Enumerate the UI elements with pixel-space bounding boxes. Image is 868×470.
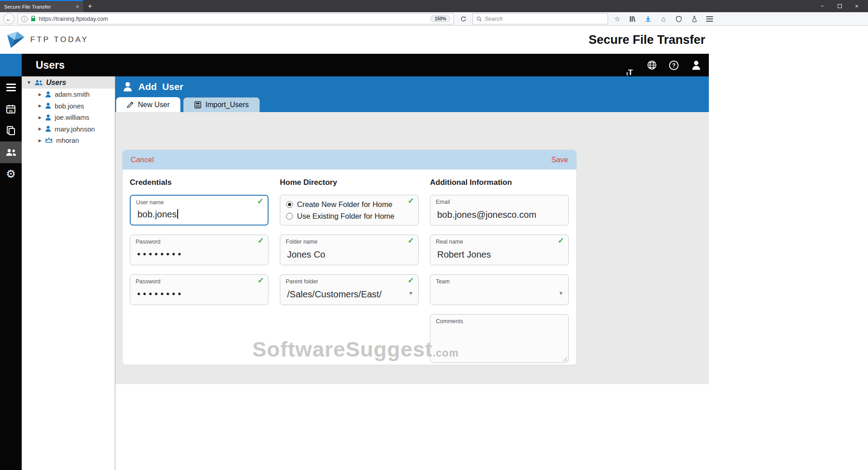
downloads-icon[interactable] bbox=[642, 13, 654, 25]
search-icon bbox=[476, 16, 482, 22]
user-name[interactable]: bob.jones bbox=[55, 102, 84, 110]
form-area: SoftwareSuggest.com Cancel Save Credenti… bbox=[115, 112, 709, 384]
url-bar[interactable]: i https://training.ftptoday.com 150% bbox=[18, 13, 454, 24]
home-icon[interactable]: ⌂ bbox=[657, 13, 670, 25]
globe-icon bbox=[647, 60, 657, 70]
search-input[interactable] bbox=[485, 16, 604, 22]
user-name[interactable]: adam.smith bbox=[55, 90, 90, 98]
tab-import-users[interactable]: Import_Users bbox=[183, 97, 260, 112]
save-button[interactable]: Save bbox=[551, 155, 568, 164]
real-name-field[interactable]: Real name Robert Jones ✓ bbox=[430, 235, 569, 265]
rail-settings-button[interactable]: ⚙ bbox=[0, 163, 22, 185]
reload-button[interactable] bbox=[457, 13, 469, 25]
user-name[interactable]: mary.johnson bbox=[55, 125, 95, 133]
rail-users-button[interactable] bbox=[0, 141, 22, 163]
field-value: ●●●●●●●● bbox=[137, 250, 184, 257]
minimize-button[interactable]: − bbox=[814, 0, 831, 12]
zoom-indicator[interactable]: 150% bbox=[430, 15, 450, 22]
person-icon bbox=[45, 103, 51, 109]
field-value: /Sales/Customers/East/ bbox=[287, 289, 382, 300]
cancel-button[interactable]: Cancel bbox=[131, 155, 154, 164]
svg-text:31: 31 bbox=[9, 109, 13, 113]
chevron-down-icon[interactable]: ▾ bbox=[409, 290, 412, 296]
field-label: Folder name bbox=[286, 239, 317, 245]
tree-item-user[interactable]: ▶ bob.jones bbox=[22, 100, 115, 112]
tree-item-admin[interactable]: ▶ mhoran bbox=[22, 135, 115, 146]
window-close-button[interactable]: × bbox=[848, 0, 865, 12]
password-confirm-field[interactable]: Password ●●●●●●●● ✓ bbox=[130, 274, 269, 305]
tree-item-user[interactable]: ▶ mary.johnson bbox=[22, 123, 115, 135]
home-folder-option-group[interactable]: Create New Folder for Home Use Existing … bbox=[280, 195, 419, 226]
comments-textarea[interactable]: Comments bbox=[430, 314, 569, 363]
user-name[interactable]: mhoran bbox=[56, 136, 79, 144]
radio-use-existing-folder[interactable]: Use Existing Folder for Home bbox=[286, 212, 395, 221]
rail-menu-button[interactable] bbox=[0, 76, 22, 98]
language-globe-button[interactable] bbox=[641, 54, 663, 76]
restore-button[interactable] bbox=[831, 0, 848, 12]
topbar-accent-square bbox=[0, 54, 22, 76]
app-topbar: Users tT ? bbox=[0, 54, 709, 76]
browser-tab-strip: Secure File Transfer × + − × bbox=[0, 0, 868, 12]
shield-icon[interactable] bbox=[673, 13, 685, 25]
back-button[interactable]: ← bbox=[3, 13, 14, 24]
field-label: Email bbox=[436, 199, 450, 205]
field-value: bob.jones bbox=[137, 209, 178, 220]
browser-tab[interactable]: Secure File Transfer × bbox=[0, 0, 83, 12]
team-select[interactable]: Team ▾ bbox=[430, 274, 569, 305]
folder-name-field[interactable]: Folder name Jones Co ✓ bbox=[280, 235, 419, 265]
field-label: Password bbox=[136, 278, 160, 285]
resize-handle[interactable] bbox=[562, 357, 567, 361]
nav-rail: 31 ⚙ bbox=[0, 76, 22, 470]
account-button[interactable] bbox=[685, 54, 707, 76]
email-field[interactable]: Email bob.jones@jonesco.com bbox=[430, 195, 569, 226]
field-value: ●●●●●●●● bbox=[137, 290, 184, 297]
radio-unselected-icon[interactable] bbox=[286, 213, 293, 220]
chevron-down-icon[interactable]: ▾ bbox=[559, 290, 562, 296]
rail-calendar-button[interactable]: 31 bbox=[0, 98, 22, 120]
expand-triangle-icon[interactable]: ▶ bbox=[38, 127, 42, 131]
bookmark-star-icon[interactable]: ☆ bbox=[611, 13, 623, 25]
help-icon: ? bbox=[669, 61, 679, 70]
search-bar[interactable] bbox=[472, 13, 608, 24]
tree-item-user[interactable]: ▶ adam.smith bbox=[22, 89, 115, 100]
expand-triangle-icon[interactable]: ▶ bbox=[38, 115, 42, 120]
credentials-column: Credentials User name bob.jones ✓ Passwo… bbox=[130, 169, 269, 372]
lab-flask-icon[interactable] bbox=[688, 13, 700, 25]
add-user-card: Cancel Save Credentials User name bob.jo… bbox=[122, 150, 577, 365]
users-group-icon bbox=[34, 80, 43, 86]
radio-create-new-folder[interactable]: Create New Folder for Home bbox=[286, 200, 392, 209]
expand-triangle-icon[interactable]: ▶ bbox=[38, 92, 42, 97]
library-icon[interactable] bbox=[627, 13, 639, 25]
field-label: Team bbox=[436, 278, 450, 285]
person-icon bbox=[45, 126, 51, 132]
tab-close-icon[interactable]: × bbox=[75, 3, 79, 10]
radio-selected-icon[interactable] bbox=[286, 201, 293, 208]
additional-info-column: Additional Information Email bob.jones@j… bbox=[430, 169, 569, 372]
tree-root-row[interactable]: ▼ Users bbox=[22, 76, 115, 89]
menu-icon[interactable] bbox=[703, 13, 716, 25]
password-field[interactable]: Password ●●●●●●●● ✓ bbox=[130, 235, 269, 265]
help-button[interactable]: ? bbox=[663, 54, 685, 76]
calendar-icon: 31 bbox=[6, 104, 16, 114]
page-info-icon[interactable]: i bbox=[21, 16, 28, 22]
expand-triangle-icon[interactable]: ▶ bbox=[38, 103, 42, 108]
column-heading: Additional Information bbox=[430, 178, 569, 187]
text-size-button[interactable]: tT bbox=[618, 54, 641, 76]
new-tab-button[interactable]: + bbox=[83, 0, 97, 12]
collapse-triangle-icon[interactable]: ▼ bbox=[27, 80, 31, 85]
valid-check-icon: ✓ bbox=[257, 197, 264, 206]
parent-folder-select[interactable]: Parent folder /Sales/Customers/East/ ▾ ✓ bbox=[280, 274, 419, 305]
user-name[interactable]: joe.williams bbox=[55, 113, 90, 121]
main-panel: Add User New User bbox=[115, 76, 709, 470]
tab-new-user[interactable]: New User bbox=[116, 97, 180, 112]
users-group-icon bbox=[5, 148, 17, 157]
username-field[interactable]: User name bob.jones ✓ bbox=[130, 195, 269, 226]
valid-check-icon: ✓ bbox=[558, 236, 564, 245]
url-text[interactable]: https://training.ftptoday.com bbox=[39, 16, 108, 22]
ftp-today-logo[interactable]: FTP TODAY bbox=[6, 31, 89, 49]
field-value: Robert Jones bbox=[437, 249, 491, 260]
rail-files-button[interactable] bbox=[0, 120, 22, 141]
tree-item-user[interactable]: ▶ joe.williams bbox=[22, 112, 115, 123]
page-title: Users bbox=[36, 59, 65, 71]
expand-triangle-icon[interactable]: ▶ bbox=[38, 138, 42, 143]
